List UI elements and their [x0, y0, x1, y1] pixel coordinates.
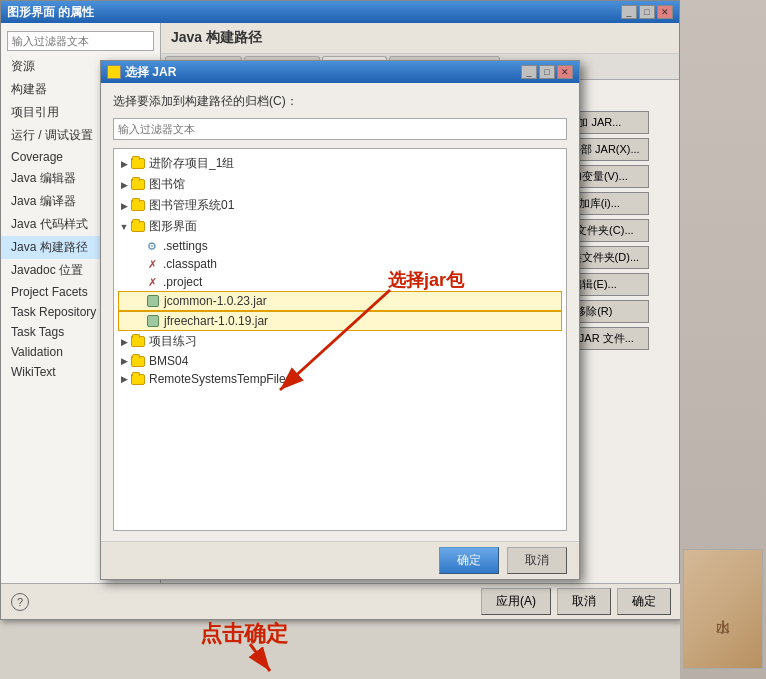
project-file-icon: ✗ [144, 275, 160, 289]
arrow-library[interactable]: ▶ [118, 179, 130, 191]
dialog-tree[interactable]: ▶ 进阶存项目_1组 ▶ 图书馆 ▶ 图书管理系统01 ▼ 图形界面 [113, 148, 567, 531]
folder-icon-gui [130, 220, 146, 234]
arrow-project [132, 276, 144, 288]
arrow-lms01[interactable]: ▶ [118, 200, 130, 212]
tree-item-jfreechart[interactable]: jfreechart-1.0.19.jar [118, 311, 562, 331]
main-window-title: 图形界面 的属性 [7, 4, 94, 21]
dialog-instruction-label: 选择要添加到构建路径的归档(C)： [113, 93, 567, 110]
close-button[interactable]: ✕ [657, 5, 673, 19]
arrow-bms04[interactable]: ▶ [118, 355, 130, 367]
dialog-title-buttons: _ □ ✕ [521, 65, 573, 79]
dialog-content: 选择要添加到构建路径的归档(C)： ▶ 进阶存项目_1组 ▶ 图书馆 ▶ [101, 83, 579, 541]
main-cancel-button[interactable]: 取消 [557, 588, 611, 615]
dialog-maximize[interactable]: □ [539, 65, 555, 79]
folder-icon-exercises [130, 335, 146, 349]
tree-item-jcommon[interactable]: jcommon-1.0.23.jar [118, 291, 562, 311]
dialog-minimize[interactable]: _ [521, 65, 537, 79]
arrow-classpath [132, 258, 144, 270]
main-ok-button[interactable]: 确定 [617, 588, 671, 615]
dialog-bottom-bar: 确定 取消 [101, 541, 579, 579]
arrow-settings [132, 240, 144, 252]
tree-item-project[interactable]: ✗ .project [118, 273, 562, 291]
arrow-exercises[interactable]: ▶ [118, 336, 130, 348]
arrow-jfreechart [133, 315, 145, 327]
select-jar-dialog: 选择 JAR _ □ ✕ 选择要添加到构建路径的归档(C)： ▶ 进阶存项目_1… [100, 60, 580, 580]
arrow-jcommon [133, 295, 145, 307]
arrow-group1[interactable]: ▶ [118, 158, 130, 170]
dialog-filter-input[interactable] [113, 118, 567, 140]
dialog-title-icon [107, 65, 121, 79]
minimize-button[interactable]: _ [621, 5, 637, 19]
tree-item-bms04[interactable]: ▶ BMS04 [118, 352, 562, 370]
annotation-click-ok: 点击确定 [200, 619, 288, 649]
settings-icon: ⚙ [144, 239, 160, 253]
arrow-remote[interactable]: ▶ [118, 373, 130, 385]
jar-icon-jfreechart [145, 314, 161, 328]
tree-item-exercises[interactable]: ▶ 项目练习 [118, 331, 562, 352]
sidebar-filter [7, 31, 154, 51]
sidebar-filter-input[interactable] [7, 31, 154, 51]
tree-item-remote[interactable]: ▶ RemoteSystemsTempFiles [118, 370, 562, 388]
folder-icon-library [130, 178, 146, 192]
folder-icon-remote [130, 372, 146, 386]
side-decoration: 山水 [680, 0, 766, 679]
tree-item-lms01[interactable]: ▶ 图书管理系统01 [118, 195, 562, 216]
panel-title: Java 构建路径 [161, 23, 679, 54]
tree-item-group1[interactable]: ▶ 进阶存项目_1组 [118, 153, 562, 174]
tree-item-library[interactable]: ▶ 图书馆 [118, 174, 562, 195]
decoration-image: 山水 [683, 549, 763, 669]
help-icon[interactable]: ? [11, 593, 29, 611]
main-apply-button[interactable]: 应用(A) [481, 588, 551, 615]
title-buttons: _ □ ✕ [621, 5, 673, 19]
jar-icon-jcommon [145, 294, 161, 308]
svg-line-3 [250, 644, 270, 671]
main-title-bar: 图形界面 的属性 _ □ ✕ [1, 1, 679, 23]
maximize-button[interactable]: □ [639, 5, 655, 19]
tree-item-settings[interactable]: ⚙ .settings [118, 237, 562, 255]
arrow-gui[interactable]: ▼ [118, 221, 130, 233]
dialog-title-bar: 选择 JAR _ □ ✕ [101, 61, 579, 83]
dialog-title-text: 选择 JAR [125, 64, 521, 81]
dialog-close[interactable]: ✕ [557, 65, 573, 79]
dialog-cancel-button[interactable]: 取消 [507, 547, 567, 574]
tree-item-gui[interactable]: ▼ 图形界面 [118, 216, 562, 237]
folder-icon-bms04 [130, 354, 146, 368]
tree-item-classpath[interactable]: ✗ .classpath [118, 255, 562, 273]
dialog-filter [113, 118, 567, 140]
dialog-ok-button[interactable]: 确定 [439, 547, 499, 574]
folder-icon-group1 [130, 157, 146, 171]
folder-icon-lms01 [130, 199, 146, 213]
classpath-icon: ✗ [144, 257, 160, 271]
main-bottom-bar: ? 应用(A) 取消 确定 [1, 583, 681, 619]
